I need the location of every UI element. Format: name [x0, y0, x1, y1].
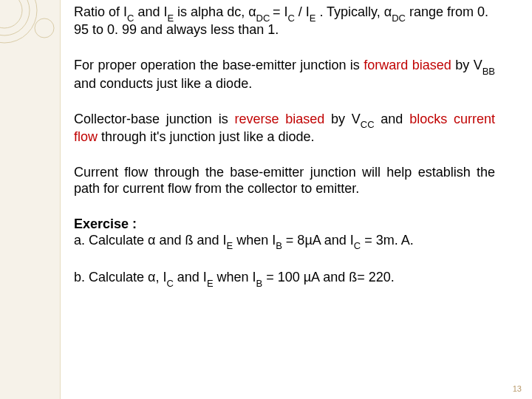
forward-biased-text: forward biased	[364, 58, 451, 72]
reverse-biased-text: reverse biased	[234, 112, 324, 126]
svg-point-3	[0, 0, 22, 28]
paragraph-reverse-bias: Collector-base junction is reverse biase…	[74, 112, 495, 146]
paragraph-forward-bias: For proper operation the base-emitter ju…	[74, 58, 495, 92]
svg-rect-0	[0, 0, 61, 399]
svg-point-4	[35, 18, 54, 38]
exercise-b: b. Calculate α, IC and IE when IB = 100 …	[74, 270, 495, 287]
paragraph-current-flow: Current flow through the base-emitter ju…	[74, 165, 495, 197]
slide: Ratio of IC and IE is alpha dc, αDC = IC…	[0, 0, 532, 399]
content-area: Ratio of IC and IE is alpha dc, αDC = IC…	[74, 4, 495, 307]
svg-point-1	[0, 0, 37, 43]
side-decoration	[0, 0, 61, 399]
exercise-a: Exercise : a. Calculate α and ß and IE w…	[74, 216, 495, 250]
svg-point-2	[0, 0, 30, 35]
exercise-title: Exercise :	[74, 216, 137, 231]
paragraph-alpha: Ratio of IC and IE is alpha dc, αDC = IC…	[74, 4, 495, 38]
page-number: 13	[513, 384, 522, 393]
